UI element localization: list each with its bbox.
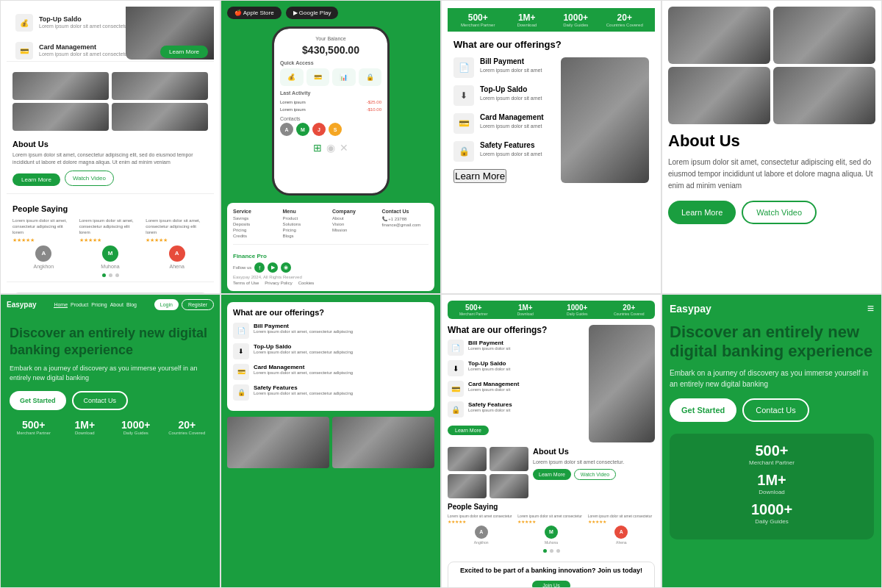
quick-icon-4: 🔒 (359, 68, 382, 86)
footer-vision: Vision (332, 222, 379, 226)
stars-7-2: ★★★★★ (517, 519, 584, 524)
testimonials-7: Lorem ipsum dolor sit amet consectetur ★… (448, 514, 655, 545)
grid-img-4-3 (668, 67, 770, 124)
stats-section-8: 500+ Merchant Partner 1M+ Download 1000+… (670, 434, 874, 539)
offerings-with-building-7: What are our offerings? 📄 Bill Payment L… (448, 325, 655, 442)
topup-7-title: Top-Up Saldo (468, 360, 510, 367)
offerings-section-3: What are our offerings? 📄 Bill Payment L… (448, 32, 655, 190)
stat-5-2-val: 1M+ (61, 419, 110, 431)
offerings-box-6: What are our offerings? 📄 Bill Payment L… (227, 302, 434, 411)
safety-icon: 🔒 (453, 141, 474, 162)
activity-1: Lorem ipsum-$25.00 (280, 98, 381, 106)
get-started-btn-8[interactable]: Get Started (670, 398, 736, 422)
bill-title: Bill Payment (480, 57, 542, 65)
footer-phone: 📞 +1 23788 (382, 216, 429, 221)
stat-daily-label: Daily Guides (551, 23, 600, 27)
offering-topup: ⬇ Top-Up Saldo Lorem ipsum dolor sit ame… (453, 85, 555, 106)
nav-pricing[interactable]: Pricing (91, 302, 107, 308)
about-section: About Us Lorem ipsum dolor sit amet, con… (12, 137, 208, 189)
stat-merchant-label: Merchant Partner (453, 23, 503, 27)
nav-blog[interactable]: Blog (126, 302, 137, 308)
stat-download-val: 1M+ (503, 12, 552, 23)
safety-icon-7: 🔒 (448, 401, 464, 417)
cookies-link[interactable]: Cookies (298, 281, 315, 285)
phone-mockup-main: Your Balance $430,500.00 Quick Access 💰 … (272, 26, 390, 196)
hamburger-icon[interactable]: ≡ (867, 302, 874, 315)
bill-icon-7: 📄 (448, 340, 464, 356)
stat-8-3-label: Daily Guides (678, 518, 865, 525)
topup-offering-icon: ⬇ (453, 85, 474, 106)
bill-icon-6: 📄 (233, 323, 249, 339)
stat-countries-label: Countries Covered (600, 23, 650, 27)
contact-us-btn-8[interactable]: Contact Us (742, 398, 808, 422)
stat-5-1-val: 500+ (10, 419, 58, 431)
avatar-7-3: A (614, 526, 628, 539)
bill-7-desc: Lorem ipsum dolor sit (468, 346, 510, 351)
stat-8-3: 1000+ Daily Guides (678, 501, 865, 525)
panel-top-left: 💰 Top-Up Saldo Lorem ipsum dolor sit ame… (0, 0, 220, 294)
nav-about[interactable]: About (110, 302, 123, 308)
offerings-learn-btn[interactable]: Learn More (453, 169, 506, 183)
stat-merchant-val: 500+ (453, 12, 503, 23)
stat-7-1-val: 500+ (448, 304, 500, 312)
panel-top-center-right: 500+ Merchant Partner 1M+ Download 1000+… (441, 0, 662, 294)
nav-product[interactable]: Product (71, 302, 88, 308)
register-btn-5[interactable]: Register (182, 299, 214, 310)
google-play-pill[interactable]: ▶ Google Play (286, 7, 339, 19)
get-started-btn-5[interactable]: Get Started (10, 391, 66, 410)
privacy-link[interactable]: Privacy Policy (265, 281, 292, 285)
footer-menu: Service Savings Deposits Pricing Credits… (233, 209, 429, 240)
terms-link[interactable]: Terms of Use (233, 281, 259, 285)
test-7-2-text: Lorem ipsum dolor sit amet consectetur (517, 514, 584, 519)
facebook-icon[interactable]: f (254, 262, 265, 273)
grid-img-1 (12, 72, 109, 100)
footer-pricing-2: Pricing (283, 228, 330, 232)
avatar-1: A (35, 245, 51, 262)
stat-7-3: 1000+ Daily Guides (551, 304, 603, 316)
panel-bottom-right: Easypay ≡ Discover an entirely new digit… (662, 294, 882, 588)
stat-5-3-label: Daily Guides (112, 431, 160, 435)
safety-desc-6: Lorem ipsum dolor sit amet, consectetur … (254, 391, 353, 395)
join-btn-7[interactable]: Join Us (532, 581, 570, 589)
login-btn-5[interactable]: Login (154, 299, 179, 310)
learn-btn-7[interactable]: Learn More (448, 426, 489, 435)
testimonial-2-text: Lorem ipsum dolor sit amet, consectetur … (79, 218, 142, 236)
card-title-6: Card Management (254, 364, 353, 370)
stat-download-label: Download (503, 23, 552, 27)
grid-img-4-1 (668, 7, 770, 64)
footer-savings: Savings (233, 216, 280, 220)
learn-about-btn-7[interactable]: Learn More (533, 469, 571, 480)
footer-contact-title: Contact Us (382, 209, 429, 214)
card-icon: 💳 (15, 42, 33, 60)
about-learn-btn[interactable]: Learn More (12, 173, 60, 186)
about-watch-btn[interactable]: Watch Video (65, 171, 114, 186)
copyright-2: Easypay 2024, All Rights Reserved (233, 275, 429, 279)
watch-video-btn-4[interactable]: Watch Video (742, 201, 817, 224)
store-bar: 🍎 Apple Store ▶ Google Play (227, 7, 434, 19)
nav-home[interactable]: Home (54, 302, 68, 308)
hero-btns-5: Get Started Contact Us (10, 391, 211, 410)
offering-card: 💳 Card Management Lorem ipsum dolor sit … (453, 113, 555, 134)
test-7-2: Lorem ipsum dolor sit amet consectetur ★… (517, 514, 584, 545)
footer-blogs: Blogs (283, 234, 330, 238)
building-right-7 (589, 325, 655, 442)
learn-more-btn-4[interactable]: Learn More (668, 201, 736, 224)
youtube-icon[interactable]: ▶ (268, 262, 278, 273)
watch-video-btn-7[interactable]: Watch Video (574, 469, 616, 480)
learn-more-btn-1[interactable]: Learn More (160, 46, 208, 58)
apple-store-pill[interactable]: 🍎 Apple Store (227, 7, 282, 19)
hero-desc-8: Embark on a journey of discovery as you … (670, 368, 874, 390)
grid-7-1 (448, 447, 487, 471)
about-grid-4 (668, 7, 875, 124)
footer-product: Product (283, 216, 330, 220)
card-7-title: Card Management (468, 381, 519, 387)
contact-us-btn-5[interactable]: Contact Us (72, 391, 129, 410)
testimonial-1: Lorem ipsum dolor sit amet, consectetur … (12, 218, 75, 269)
stat-5-1: 500+ Merchant Partner (10, 419, 58, 435)
stat-5-2: 1M+ Download (61, 419, 110, 435)
card-7-desc: Lorem ipsum dolor sit (468, 387, 519, 392)
stat-countries-val: 20+ (600, 12, 650, 23)
nav-bar-5: Easypay Home Product Pricing About Blog … (1, 295, 220, 318)
building-grid-6 (227, 417, 434, 468)
instagram-icon[interactable]: ◉ (281, 262, 291, 273)
